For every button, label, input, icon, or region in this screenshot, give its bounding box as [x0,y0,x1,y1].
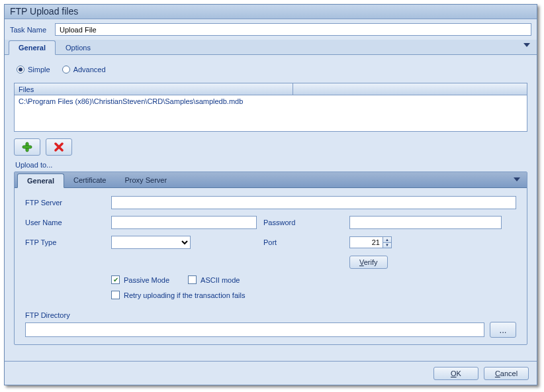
tab-options[interactable]: Options [56,40,101,55]
ftp-directory-label: FTP Directory [25,311,527,319]
port-spinner[interactable]: ▲ ▼ [349,236,392,248]
subtab-overflow-icon[interactable] [514,177,520,181]
port-label: Port [263,238,349,246]
delete-icon [54,142,64,152]
ftp-type-select[interactable] [111,236,191,249]
ftp-server-label: FTP Server [25,199,111,207]
remove-file-button[interactable] [46,138,72,156]
retry-label: Retry uploading if the transaction fails [124,291,245,299]
title-bar: FTP Upload files [5,5,537,19]
general-panel: Simple Advanced Files C:\Program Files (… [5,55,537,352]
verify-rest: erify [364,258,378,266]
file-row[interactable]: C:\Program Files (x86)\ChristianSteven\C… [15,95,527,107]
upload-panel: General Certificate Proxy Server FTP Ser… [14,172,527,345]
tab-overflow-icon[interactable] [523,43,530,47]
dialog-footer: OK Cancel [5,361,537,385]
ascii-mode-label: ASCII mode [201,276,240,284]
password-input[interactable] [349,216,502,229]
task-name-input[interactable] [55,23,531,36]
radio-advanced[interactable]: Advanced [62,66,106,74]
radio-simple[interactable]: Simple [17,66,50,74]
checkbox-icon [111,291,120,299]
main-tabs: General Options [5,40,537,55]
file-buttons [14,138,527,156]
checkbox-icon [188,275,197,284]
task-name-label: Task Name [10,26,55,34]
ftp-server-input[interactable] [111,196,516,209]
verify-button[interactable]: Verify [349,256,388,269]
svg-rect-1 [23,146,32,148]
user-name-input[interactable] [111,216,257,229]
files-header[interactable]: Files [15,83,527,95]
spinner-down-icon[interactable]: ▼ [383,243,391,248]
ftp-directory-input[interactable] [25,322,484,337]
radio-advanced-label: Advanced [73,66,106,74]
files-list[interactable]: Files C:\Program Files (x86)\ChristianSt… [14,83,527,132]
upload-tabs: General Certificate Proxy Server [15,172,527,188]
browse-directory-button[interactable]: ... [490,322,516,338]
column-divider[interactable] [293,83,293,95]
files-column-label: Files [19,85,34,93]
subtab-general[interactable]: General [17,173,64,188]
passive-mode-checkbox[interactable]: ✔ Passive Mode [111,275,169,284]
subtab-proxy[interactable]: Proxy Server [116,173,177,187]
ascii-mode-checkbox[interactable]: ASCII mode [188,275,240,284]
password-label: Password [263,219,349,226]
radio-icon [17,66,24,74]
port-input[interactable] [349,236,383,248]
plus-icon [22,142,32,152]
window-title: FTP Upload files [10,6,78,17]
tab-general[interactable]: General [9,40,56,55]
upload-to-label: Upload to... [15,161,527,169]
radio-simple-label: Simple [28,66,50,74]
ok-button[interactable]: OK [433,367,478,380]
cancel-button[interactable]: Cancel [484,367,529,380]
dialog-window: FTP Upload files Task Name General Optio… [4,4,537,385]
user-name-label: User Name [25,219,111,226]
mode-radio-group: Simple Advanced [17,66,527,74]
retry-checkbox[interactable]: Retry uploading if the transaction fails [111,291,245,299]
subtab-certificate[interactable]: Certificate [64,173,116,187]
add-file-button[interactable] [14,138,40,156]
ftp-type-label: FTP Type [25,238,111,246]
spinner-up-icon[interactable]: ▲ [383,237,391,243]
checkbox-icon: ✔ [111,275,120,284]
passive-mode-label: Passive Mode [124,276,169,284]
task-name-row: Task Name [5,19,537,40]
ftp-form: FTP Server User Name Password FTP [15,188,527,309]
radio-icon [62,66,70,74]
